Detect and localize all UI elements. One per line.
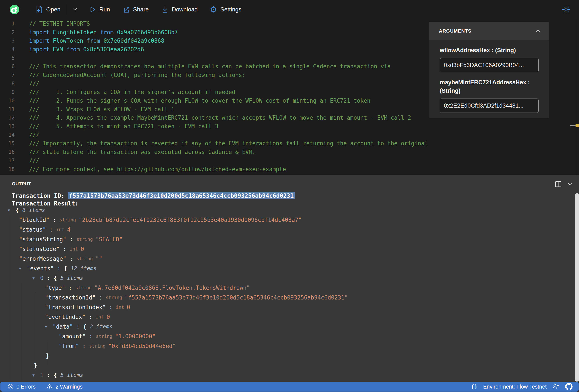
argument-input-erc721[interactable] [440, 99, 539, 113]
expand-toggle-icon[interactable]: ▼ [8, 208, 15, 212]
line-number: 6 [0, 63, 15, 69]
code-line: 18/// For more context, see https://gith… [0, 165, 579, 173]
tree-row: ▼"events" : [ 12 items [0, 264, 573, 273]
collapse-output-icon[interactable] [567, 182, 573, 187]
line-number: 10 [0, 98, 15, 104]
code-line: 16/// state before the transaction was e… [0, 148, 579, 156]
line-number: 9 [0, 89, 15, 95]
tree-row: ▼0 : { 5 items [0, 273, 573, 283]
tree-row: ▼1 : { 5 items [0, 370, 573, 380]
github-icon[interactable] [565, 383, 573, 390]
transaction-id-line: Transaction ID: f557a1573b76aa53e73d46f3… [12, 192, 295, 199]
share-icon [122, 6, 130, 13]
tree-row: "statusCode" : int 0 [0, 244, 573, 254]
line-number: 1 [0, 21, 15, 27]
chevron-up-icon[interactable] [535, 29, 541, 33]
line-number: 18 [0, 166, 15, 172]
line-number: 17 [0, 158, 15, 164]
download-button[interactable]: Download [161, 5, 198, 14]
expand-toggle-icon[interactable]: ▼ [45, 325, 53, 329]
run-button[interactable]: Run [89, 6, 110, 13]
braces-icon: {} [471, 384, 478, 390]
warnings-count: 2 Warnings [56, 384, 83, 390]
tree-row: } [0, 351, 573, 361]
transaction-id-value[interactable]: f557a1573b76aa53e73d46f3e10d200d5c18a653… [68, 192, 295, 199]
line-number: 13 [0, 123, 15, 129]
tree-row: "transactionIndex" : int 0 [0, 302, 573, 312]
tree-row: "errorMessage" : string "" [0, 254, 573, 264]
line-number: 8 [0, 81, 15, 87]
run-label: Run [99, 6, 110, 13]
flow-logo-icon[interactable] [10, 5, 19, 14]
run-play-icon [89, 6, 96, 13]
open-file-icon [36, 6, 43, 13]
tree-row: "from" : string "0xfd3b4cd50d44e6ed" [0, 341, 573, 351]
tree-row: ▼"data" : { 2 items [0, 322, 573, 332]
output-title: OUTPUT [12, 181, 31, 186]
line-number: 5 [0, 55, 15, 61]
chevron-down-icon [72, 6, 78, 13]
line-number: 3 [0, 38, 15, 44]
line-number: 12 [0, 115, 15, 121]
download-label: Download [172, 6, 198, 13]
download-icon [161, 5, 169, 14]
line-number: 2 [0, 29, 15, 35]
tree-row: } [0, 361, 573, 370]
expand-toggle-icon[interactable]: ▼ [19, 266, 27, 271]
line-number: 15 [0, 140, 15, 146]
tree-row: "type" : string "A.7e60df042a9c0868.Flow… [0, 283, 573, 293]
settings-button[interactable]: ⚙ Settings [210, 6, 242, 13]
warning-triangle-icon [46, 383, 53, 390]
theme-toggle-button[interactable] [562, 5, 570, 15]
line-number: 16 [0, 149, 15, 155]
line-number: 7 [0, 72, 15, 78]
arguments-panel-header[interactable]: ARGUMENTS [430, 22, 549, 40]
tree-row: "blockId" : string "2b28cbfb87da2cfec4f0… [0, 215, 573, 225]
open-dropdown-button[interactable] [72, 6, 78, 13]
transaction-id-label: Transaction ID: [12, 192, 65, 199]
tree-row: "transactionId" : string "f557a1573b76aa… [0, 293, 573, 302]
argument-input-wflow[interactable] [440, 58, 539, 72]
tree-row: "status" : int 4 [0, 225, 573, 234]
share-label: Share [133, 6, 149, 13]
output-panel: OUTPUT Transaction ID: f557a1573b76aa53e… [0, 175, 579, 392]
argument-label-wflow: wflowAddressHex : (String) [440, 46, 539, 55]
arguments-panel: ARGUMENTS wflowAddressHex : (String) may… [429, 22, 549, 118]
open-button[interactable]: Open [36, 6, 61, 13]
settings-label: Settings [220, 6, 242, 13]
editor-overview-ruler [575, 19, 575, 175]
share-button[interactable]: Share [122, 6, 149, 13]
errors-indicator[interactable]: 0 Errors [7, 383, 36, 390]
arguments-title: ARGUMENTS [439, 28, 471, 34]
expand-toggle-icon[interactable]: ▼ [32, 276, 40, 280]
json-tree: ▼{ 6 items"blockId" : string "2b28cbfb87… [0, 205, 573, 390]
code-line: 15/// Importantly, the transaction is re… [0, 139, 579, 148]
argument-label-erc721: maybeMintERC721AddressHex : (String) [440, 78, 539, 95]
environment-label[interactable]: Environment: Flow Testnet [483, 384, 547, 390]
status-bar: 0 Errors 2 Warnings {} Environment: Flow… [0, 382, 579, 392]
top-toolbar: Open Run Share Download ⚙ Settings [0, 0, 579, 19]
expand-toggle-icon[interactable]: ▼ [32, 373, 40, 377]
tree-row: ▼{ 6 items [0, 205, 573, 215]
tree-row: "statusString" : string "SEALED" [0, 234, 573, 244]
open-label: Open [46, 6, 61, 13]
code-line: 14/// [0, 131, 579, 139]
overview-scroll-marker [570, 125, 576, 126]
error-circle-icon [7, 383, 14, 390]
output-scrollbar-thumb[interactable] [575, 193, 579, 382]
code-line: 13/// 5. Attempts to mint an ERC721 toke… [0, 122, 579, 131]
errors-count: 0 Errors [16, 384, 36, 390]
line-number: 11 [0, 106, 15, 112]
sun-icon [562, 5, 570, 14]
split-panel-icon[interactable] [555, 181, 562, 187]
line-number: 4 [0, 46, 15, 53]
overview-warning-marker [576, 124, 579, 127]
gear-icon: ⚙ [210, 6, 217, 13]
tree-row: "eventIndex" : int 0 [0, 312, 573, 322]
code-line: 17/// [0, 156, 579, 165]
warnings-indicator[interactable]: 2 Warnings [46, 383, 83, 390]
feedback-person-icon[interactable] [552, 383, 560, 390]
arguments-panel-body: wflowAddressHex : (String) maybeMintERC7… [430, 40, 549, 119]
toolbar-divider [66, 5, 66, 14]
tree-row: "amount" : string "1.00000000" [0, 332, 573, 341]
